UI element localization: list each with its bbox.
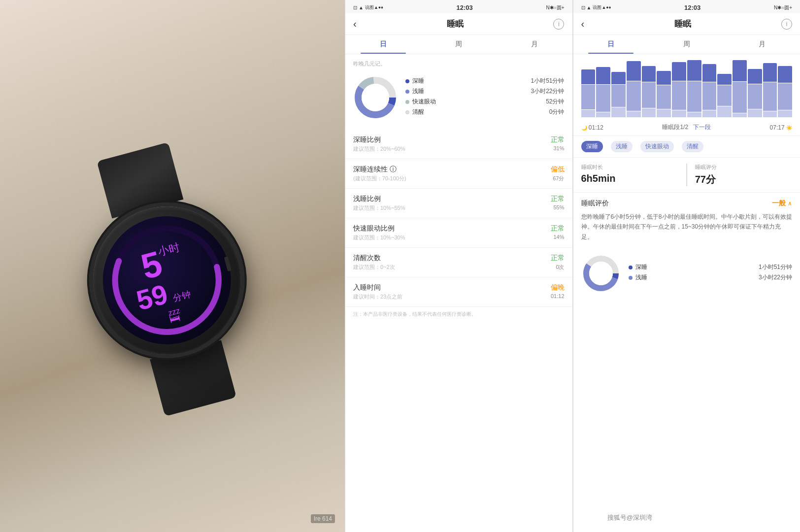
- right-back-button[interactable]: ‹: [581, 18, 585, 30]
- stat-wake-count: 清醒次数 正常 建议范围：0~2次 0次: [345, 248, 572, 277]
- wake-dot: [405, 110, 409, 114]
- right-tab-bar: 日 周 月: [573, 35, 800, 54]
- evaluation-section: 睡眠评价 一般 ∧ 您昨晚睡了6小时5分钟，低于8小时的最佳睡眠时间。中午小歇片…: [573, 193, 800, 248]
- right-app-header: ‹ 睡眠 i: [573, 13, 800, 35]
- date-nav-text: 昨晚几元记。: [353, 60, 386, 67]
- bottom-donut-chart: [581, 254, 621, 293]
- left-status-left-icons: ⊡ ▲ 说图▲●♦: [353, 4, 383, 11]
- legend-deep: 深睡 1小时51分钟: [405, 77, 565, 85]
- bottom-light-label: 浅睡: [635, 273, 647, 282]
- stage-wake-btn[interactable]: 清醒: [682, 141, 703, 152]
- tab-month-right[interactable]: 月: [725, 35, 800, 54]
- bottom-legend-light: 浅睡 3小时22分钟: [629, 273, 793, 282]
- sleep-summary-row: 睡眠时长 6h5min 睡眠评分 77分: [573, 158, 800, 193]
- bottom-deep-label: 深睡: [635, 263, 647, 271]
- stage-rem-btn[interactable]: 快速眼动: [640, 141, 674, 152]
- stat-deep-continuity: 深睡连续性 ⓘ 偏低 (建议范围：70-100分) 67分: [345, 159, 572, 189]
- photo-watermark: Ire 614: [311, 514, 335, 522]
- eval-chevron-icon[interactable]: ∧: [788, 200, 792, 207]
- sleep-legend: 深睡 1小时51分钟 浅睡 3小时22分钟 快速眼动 52分钟: [405, 77, 565, 118]
- stage-filter-bar: 深睡 浅睡 快速眼动 清醒: [573, 136, 800, 158]
- panels-section: ⊡ ▲ 说图▲●♦ 12:03 N✱○圆+ ‹ 睡眠 i 日 周 月: [345, 0, 800, 532]
- bar-5: [642, 60, 656, 117]
- bar-chart: [581, 60, 793, 119]
- stage-light-btn[interactable]: 浅睡: [611, 141, 633, 152]
- bottom-light-value: 3小时22分钟: [759, 273, 792, 282]
- legend-light-value: 3小时22分钟: [531, 87, 564, 96]
- left-app-header: ‹ 睡眠 i: [345, 13, 572, 35]
- right-app-title: 睡眠: [674, 18, 691, 30]
- tab-week-left[interactable]: 周: [421, 35, 497, 54]
- legend-rem: 快速眼动 52分钟: [405, 98, 565, 106]
- right-signal-icon: ▲: [587, 5, 592, 10]
- bar-4: [627, 60, 641, 117]
- duration-value: 6h5min: [581, 173, 678, 184]
- right-status-right-icons: N✱○圆+: [774, 4, 792, 11]
- bottom-legend-deep: 深睡 1小时51分钟: [629, 263, 793, 271]
- left-back-button[interactable]: ‹: [353, 18, 357, 30]
- score-label: 睡眠评分: [695, 164, 792, 171]
- right-status-bar: ⊡ ▲ 说图▲●♦ 12:03 N✱○圆+: [573, 0, 800, 13]
- bottom-light-dot: [629, 276, 633, 280]
- stat-rem-ratio: 快速眼动比例 正常 建议范围：10%~30% 14%: [345, 218, 572, 248]
- bar-11: [733, 60, 747, 117]
- watch-screen: 5小时 59分钟 zzz 🛏: [89, 202, 245, 359]
- tab-day-right[interactable]: 日: [573, 35, 649, 54]
- left-status-right-icons: N✱○圆+: [546, 4, 564, 11]
- right-bluetooth-icon: N✱○圆+: [774, 4, 792, 11]
- deep-dot: [405, 79, 409, 83]
- eval-result: 一般: [772, 199, 786, 207]
- sleep-segment-label: 睡眠段1/2 下一段: [662, 123, 711, 132]
- left-app-title: 睡眠: [447, 18, 464, 30]
- right-wifi-icon: ⊡: [581, 5, 585, 10]
- watch-minutes-unit: 分钟: [172, 288, 192, 304]
- medical-note: 注：本产品非医疗类设备，结果不代表任何医疗类诊断。: [345, 307, 572, 322]
- tab-day-left[interactable]: 日: [345, 35, 421, 54]
- stats-section: 深睡比例 正常 建议范围：20%~60% 31% 深睡连续性 ⓘ 偏低 (建议范…: [345, 130, 572, 307]
- eval-result-row: 一般 ∧: [772, 199, 792, 208]
- legend-light: 浅睡 3小时22分钟: [405, 87, 565, 96]
- left-info-button[interactable]: i: [553, 19, 564, 30]
- right-status-icons-mid: 说图▲●♦: [593, 4, 611, 11]
- bar-14: [778, 60, 792, 117]
- next-segment-btn[interactable]: 下一段: [693, 124, 711, 131]
- watch-body: 5小时 59分钟 zzz 🛏: [76, 190, 257, 370]
- donut-legend-row: 深睡 1小时51分钟 浅睡 3小时22分钟 快速眼动 52分钟: [353, 71, 565, 124]
- date-nav: 昨晚几元记。: [353, 60, 565, 67]
- left-app-panel: ⊡ ▲ 说图▲●♦ 12:03 N✱○圆+ ‹ 睡眠 i 日 周 月: [345, 0, 572, 532]
- duration-label: 睡眠时长: [581, 164, 678, 171]
- right-app-panel: ⊡ ▲ 说图▲●♦ 12:03 N✱○圆+ ‹ 睡眠 i 日 周 月: [573, 0, 800, 532]
- tab-week-right[interactable]: 周: [649, 35, 725, 54]
- bar-1: [581, 60, 596, 117]
- time-nav: 🌙 01:12 睡眠段1/2 下一段 07:17 ☀️: [573, 119, 800, 136]
- right-status-time: 12:03: [684, 4, 700, 11]
- bar-8: [687, 60, 701, 117]
- eval-header: 睡眠评价 一般 ∧: [581, 199, 793, 208]
- bar-3: [611, 60, 626, 117]
- sohu-watermark: 搜狐号@深圳湾: [607, 513, 652, 522]
- score-summary: 睡眠评分 77分: [686, 164, 792, 186]
- bar-13: [763, 60, 777, 117]
- bar-6: [657, 60, 671, 117]
- legend-wake-value: 0分钟: [549, 108, 565, 116]
- stat-deep-ratio: 深睡比例 正常 建议范围：20%~60% 31%: [345, 130, 572, 159]
- tab-month-left[interactable]: 月: [497, 35, 572, 54]
- watermark-text: 搜狐号@深圳湾: [607, 514, 652, 521]
- score-value: 77分: [695, 173, 792, 186]
- time-start: 🌙 01:12: [581, 124, 603, 131]
- wifi-icon: ⊡: [353, 5, 357, 10]
- weekly-chart-section: [573, 54, 800, 119]
- eval-text: 您昨晚睡了6小时5分钟，低于8小时的最佳睡眠时间。中午小歇片刻，可以有效提神。午…: [581, 212, 793, 242]
- left-tab-bar: 日 周 月: [345, 35, 572, 54]
- bottom-donut-section: 深睡 1小时51分钟 浅睡 3小时22分钟: [573, 248, 800, 299]
- left-panel-content: 昨晚几元记。: [345, 54, 572, 532]
- right-info-button[interactable]: i: [781, 19, 792, 30]
- legend-wake: 清醒 0分钟: [405, 108, 565, 116]
- bar-10: [717, 60, 732, 117]
- left-status-bar: ⊡ ▲ 说图▲●♦ 12:03 N✱○圆+: [345, 0, 572, 13]
- stage-deep-btn[interactable]: 深睡: [581, 141, 603, 152]
- bar-12: [748, 60, 762, 117]
- stat-sleep-time: 入睡时间 偏晚 建议时间：23点之前 01:12: [345, 277, 572, 307]
- stat-light-ratio: 浅睡比例 正常 建议范围：10%~55% 55%: [345, 189, 572, 218]
- bottom-deep-value: 1小时51分钟: [759, 263, 792, 271]
